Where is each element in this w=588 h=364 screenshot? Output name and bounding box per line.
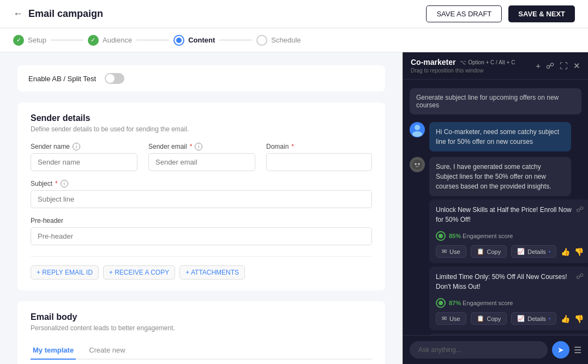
- sender-fields-row: Sender name i Sender email * i Domain: [31, 143, 372, 171]
- bot-suggestions-container: Sure, I have generated some catchy Subje…: [429, 157, 588, 335]
- thumbdown-1-icon[interactable]: 👎: [574, 247, 584, 256]
- comarketer-panel: Co-marketer ⌥ Option + C / Alt + C Drag …: [403, 52, 588, 364]
- sender-email-group: Sender email * i: [148, 143, 255, 171]
- panel-expand-icon[interactable]: ⛶: [560, 61, 568, 70]
- step-content-indicator: [173, 35, 184, 46]
- step-setup[interactable]: ✓ Setup: [13, 35, 46, 46]
- subject-info-icon[interactable]: i: [61, 180, 68, 187]
- subject-row: Subject * i: [31, 180, 372, 208]
- suggestion-card-2: Limited Time Only: 50% Off All New Cours…: [429, 266, 588, 330]
- user-avatar: [410, 122, 425, 137]
- suggestion-2-details-button[interactable]: 📈 Details •: [511, 312, 556, 325]
- pre-header-input[interactable]: [31, 227, 372, 245]
- sender-name-input[interactable]: [31, 153, 137, 171]
- domain-group: Domain *: [266, 143, 372, 171]
- pre-header-row: Pre-header: [31, 217, 372, 245]
- reply-email-id-link[interactable]: + REPLY EMAIL ID: [31, 265, 99, 280]
- svg-point-2: [412, 160, 422, 169]
- step-audience-label: Audience: [103, 36, 132, 44]
- subject-input[interactable]: [31, 190, 372, 208]
- sender-details-title: Sender details: [31, 113, 372, 123]
- sender-name-info-icon[interactable]: i: [73, 143, 80, 150]
- bot-message: Sure, I have generated some catchy Subje…: [429, 157, 571, 196]
- suggestion-2-bookmark-icon[interactable]: ☍: [576, 272, 584, 281]
- details-2-icon: 📈: [517, 315, 525, 322]
- svg-point-0: [415, 125, 420, 130]
- ab-test-label: Enable AB / Split Test: [28, 75, 96, 83]
- panel-add-icon[interactable]: +: [536, 61, 541, 70]
- use-2-icon: ✉: [442, 315, 447, 322]
- use-icon: ✉: [442, 248, 447, 255]
- step-schedule-indicator: [256, 35, 267, 46]
- panel-shortcut: ⌥ Option + C / Alt + C: [460, 59, 515, 65]
- email-body-subtitle: Personalized content leads to better eng…: [31, 324, 372, 332]
- suggestion-1-actions: ✉ Use 📋 Copy 📈 Details •: [436, 245, 584, 258]
- email-body-section: Email body Personalized content leads to…: [17, 301, 385, 364]
- panel-bookmark-icon[interactable]: ☍: [546, 61, 554, 71]
- thumbup-1-icon[interactable]: 👍: [561, 247, 570, 256]
- settings-icon[interactable]: ☰: [574, 345, 581, 355]
- topbar-actions: SAVE AS DRAFT SAVE & NEXT: [426, 5, 575, 22]
- suggestion-2-score: 87% Engagement score: [449, 300, 513, 306]
- step-content[interactable]: Content: [173, 35, 215, 46]
- sender-email-info-icon[interactable]: i: [195, 143, 202, 150]
- chat-area: Generate subject line for upcoming offer…: [403, 80, 588, 335]
- suggestion-2-actions: ✉ Use 📋 Copy 📈 Details •: [436, 312, 584, 325]
- tab-create-new[interactable]: Create new: [87, 342, 127, 360]
- email-body-tabs: My template Create new: [31, 342, 372, 360]
- editor-area: Enable AB / Split Test Sender details De…: [0, 52, 403, 364]
- thumbdown-2-icon[interactable]: 👎: [574, 314, 584, 323]
- thumbup-2-icon[interactable]: 👍: [561, 314, 570, 323]
- save-draft-button[interactable]: SAVE AS DRAFT: [426, 5, 502, 22]
- suggestion-2-use-button[interactable]: ✉ Use: [436, 312, 466, 325]
- suggestion-2-score-circle: [436, 298, 446, 308]
- suggestion-1-details-button[interactable]: 📈 Details •: [511, 245, 556, 258]
- sender-details-card: Sender details Define sender details to …: [17, 102, 385, 290]
- sender-email-input[interactable]: [148, 153, 255, 171]
- step-setup-check: ✓: [13, 35, 24, 46]
- panel-drag-hint: Drag to reposition this window: [411, 68, 515, 74]
- steps-nav: ✓ Setup ✓ Audience Content Schedule: [0, 28, 588, 52]
- suggestion-1-thumbs: 👍 👎: [561, 247, 584, 256]
- user-message: Hi Co-marketer, need some catchy subject…: [429, 122, 571, 151]
- receive-copy-link[interactable]: + RECEIVE A COPY: [103, 265, 175, 280]
- ab-test-toggle[interactable]: [105, 73, 124, 84]
- chat-input[interactable]: [410, 341, 548, 359]
- svg-point-1: [412, 131, 422, 137]
- domain-input[interactable]: [266, 153, 372, 171]
- send-button[interactable]: ➤: [552, 341, 569, 359]
- user-message-row: Hi Co-marketer, need some catchy subject…: [410, 122, 581, 151]
- copy-icon: 📋: [477, 248, 484, 255]
- topbar: ← Email campaign SAVE AS DRAFT SAVE & NE…: [0, 0, 588, 28]
- suggestion-card-1: Unlock New Skills at Half the Price! Enr…: [429, 199, 588, 263]
- attachments-link[interactable]: + ATTACHMENTS: [179, 265, 245, 280]
- bot-avatar: [410, 157, 425, 172]
- panel-title: Co-marketer: [411, 58, 455, 66]
- pre-header-label: Pre-header: [31, 217, 372, 225]
- prompt-bubble: Generate subject line for upcoming offer…: [410, 88, 581, 114]
- sender-name-label: Sender name i: [31, 143, 137, 150]
- suggestion-1-bookmark-icon[interactable]: ☍: [576, 205, 584, 214]
- panel-close-icon[interactable]: ✕: [573, 61, 580, 71]
- tab-my-template[interactable]: My template: [31, 342, 76, 360]
- suggestion-1-copy-button[interactable]: 📋 Copy: [471, 245, 507, 258]
- email-body-title: Email body: [31, 312, 372, 322]
- svg-point-4: [418, 163, 420, 165]
- send-icon: ➤: [557, 345, 564, 354]
- save-next-button[interactable]: SAVE & NEXT: [508, 5, 575, 22]
- step-schedule-label: Schedule: [271, 36, 301, 44]
- chat-input-area: ➤ ☰: [403, 335, 588, 364]
- sender-name-group: Sender name i: [31, 143, 137, 171]
- svg-point-3: [415, 163, 417, 165]
- step-schedule[interactable]: Schedule: [256, 35, 301, 46]
- suggestion-2-copy-button[interactable]: 📋 Copy: [471, 312, 507, 325]
- domain-label: Domain *: [266, 143, 372, 150]
- panel-header: Co-marketer ⌥ Option + C / Alt + C Drag …: [403, 52, 588, 80]
- details-icon: 📈: [517, 248, 525, 255]
- suggestion-1-score: 85% Engagement score: [449, 233, 513, 239]
- page-title: Email campaign: [28, 8, 103, 20]
- step-audience[interactable]: ✓ Audience: [88, 35, 132, 46]
- ab-test-section: Enable AB / Split Test: [17, 65, 385, 92]
- back-button[interactable]: ←: [13, 8, 23, 20]
- suggestion-1-use-button[interactable]: ✉ Use: [436, 245, 466, 258]
